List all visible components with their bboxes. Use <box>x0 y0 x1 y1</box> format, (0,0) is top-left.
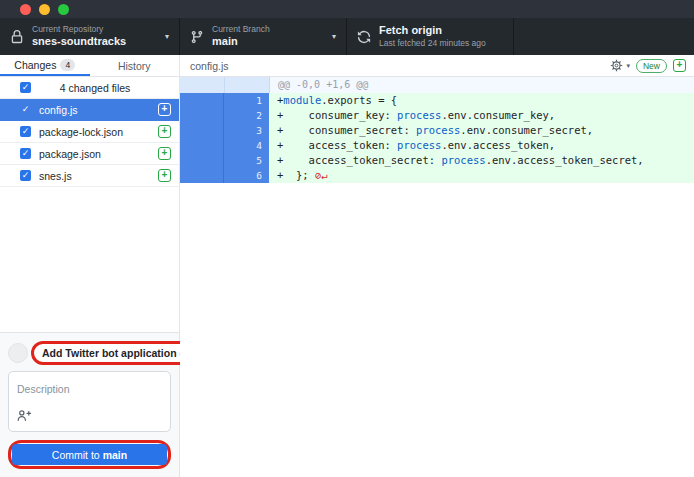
file-row-snes-js[interactable]: ✓ snes.js + <box>0 165 179 187</box>
diff-line[interactable]: 2+ consumer_key: process.env.consumer_ke… <box>180 108 694 123</box>
include-all-checkbox[interactable]: ✓ <box>20 82 31 93</box>
file-name: config.js <box>39 104 150 116</box>
titlebar <box>0 0 694 18</box>
changed-files-count: 4 changed files <box>31 82 159 94</box>
commit-description-textarea[interactable]: Description <box>8 371 171 432</box>
fetch-origin-label: Fetch origin <box>379 24 486 38</box>
sidebar-tabs: Changes 4 History <box>0 55 179 77</box>
diff-empty-area <box>180 183 694 477</box>
file-added-icon: + <box>158 125 171 138</box>
diff-line-number[interactable]: 2 <box>224 108 269 123</box>
hunk-gutter <box>180 77 225 93</box>
fetch-origin-button[interactable]: Fetch origin Last fetched 24 minutes ago <box>347 18 514 55</box>
diff-line[interactable]: 5+ access_token_secret: process.env.acce… <box>180 153 694 168</box>
github-desktop-window: Current Repository snes-soundtracks ▾ Cu… <box>0 0 694 477</box>
file-checkbox[interactable]: ✓ <box>20 170 31 181</box>
repository-label: Current Repository <box>32 24 126 35</box>
sidebar-empty-space <box>0 187 179 332</box>
file-checkbox[interactable]: ✓ <box>20 148 31 159</box>
diff-line-content: +module.exports = { <box>269 93 694 108</box>
diff-line[interactable]: 1+module.exports = { <box>180 93 694 108</box>
diff-line[interactable]: 6+ }; ⊘↵ <box>180 168 694 183</box>
lock-icon <box>10 30 24 44</box>
diff-file-name: config.js <box>190 60 229 72</box>
diff-line-content: + consumer_key: process.env.consumer_key… <box>269 108 694 123</box>
chevron-down-icon: ▾ <box>165 32 169 41</box>
commit-to-main-button[interactable]: Commit to main <box>12 444 167 465</box>
diff-line-content: + }; ⊘↵ <box>269 168 694 183</box>
expand-diff-button[interactable]: + <box>673 59 686 72</box>
diff-line-number[interactable]: 1 <box>224 93 269 108</box>
diff-line-content: + consumer_secret: process.env.consumer_… <box>269 123 694 138</box>
hunk-header-row: @@ -0,0 +1,6 @@ <box>180 77 694 93</box>
changed-files-header: ✓ 4 changed files <box>0 77 179 99</box>
file-checkbox[interactable]: ✓ <box>20 104 31 115</box>
file-row-config-js[interactable]: ✓ config.js + <box>0 99 179 121</box>
tab-history-label: History <box>118 60 151 72</box>
diff-line-gutter-old[interactable] <box>180 93 224 108</box>
chevron-down-icon: ▾ <box>626 62 630 70</box>
file-added-icon: + <box>158 103 171 116</box>
diff-line-content: + access_token_secret: process.env.acces… <box>269 153 694 168</box>
file-added-icon: + <box>158 147 171 160</box>
sync-icon <box>357 30 371 44</box>
toolbar: Current Repository snes-soundtracks ▾ Cu… <box>0 18 694 55</box>
branch-label: Current Branch <box>212 24 270 35</box>
close-window-button[interactable] <box>20 4 31 15</box>
file-checkbox[interactable]: ✓ <box>20 126 31 137</box>
gear-icon <box>610 59 623 72</box>
repository-name: snes-soundtracks <box>32 35 126 49</box>
file-name: package.json <box>39 148 150 160</box>
commit-button-branch: main <box>103 449 128 461</box>
changed-file-list: ✓ config.js + ✓ package-lock.json + ✓ pa… <box>0 99 179 187</box>
diff-line-number[interactable]: 6 <box>224 168 269 183</box>
diff-lines: 1+module.exports = {2+ consumer_key: pro… <box>180 93 694 183</box>
diff-line-number[interactable]: 3 <box>224 123 269 138</box>
description-placeholder: Description <box>17 383 70 395</box>
file-row-package-lock-json[interactable]: ✓ package-lock.json + <box>0 121 179 143</box>
commit-form: Add Twitter bot application code Descrip… <box>0 332 179 477</box>
hunk-gutter <box>225 77 270 93</box>
tab-history[interactable]: History <box>90 55 180 76</box>
hunk-header-text: @@ -0,0 +1,6 @@ <box>270 77 694 93</box>
current-branch-dropdown[interactable]: Current Branch main ▾ <box>180 18 347 55</box>
minimize-window-button[interactable] <box>39 4 50 15</box>
file-name: package-lock.json <box>39 126 150 138</box>
avatar <box>8 343 28 363</box>
red-annotation-commit-button: Commit to main <box>8 440 171 469</box>
tab-changes[interactable]: Changes 4 <box>0 55 90 76</box>
file-added-icon: + <box>158 169 171 182</box>
diff-options-button[interactable]: ▾ <box>610 59 630 72</box>
tab-changes-label: Changes <box>14 59 56 71</box>
diff-line-gutter-old[interactable] <box>180 138 224 153</box>
file-row-package-json[interactable]: ✓ package.json + <box>0 143 179 165</box>
diff-line-gutter-old[interactable] <box>180 123 224 138</box>
changes-sidebar: Changes 4 History ✓ 4 changed files ✓ co… <box>0 55 180 477</box>
diff-line-gutter-old[interactable] <box>180 108 224 123</box>
diff-header: config.js ▾ New + <box>180 55 694 77</box>
git-branch-icon <box>190 30 204 44</box>
diff-line-gutter-old[interactable] <box>180 153 224 168</box>
diff-line-number[interactable]: 5 <box>224 153 269 168</box>
last-fetched-text: Last fetched 24 minutes ago <box>379 38 486 49</box>
diff-line-content: + access_token: process.env.access_token… <box>269 138 694 153</box>
current-repository-dropdown[interactable]: Current Repository snes-soundtracks ▾ <box>0 18 180 55</box>
zoom-window-button[interactable] <box>58 4 69 15</box>
diff-line-gutter-old[interactable] <box>180 168 224 183</box>
new-file-badge: New <box>636 59 667 73</box>
diff-line[interactable]: 4+ access_token: process.env.access_toke… <box>180 138 694 153</box>
branch-name: main <box>212 35 270 49</box>
file-name: snes.js <box>39 170 150 182</box>
commit-button-prefix: Commit to <box>52 449 103 461</box>
diff-line[interactable]: 3+ consumer_secret: process.env.consumer… <box>180 123 694 138</box>
chevron-down-icon: ▾ <box>332 32 336 41</box>
changes-count-badge: 4 <box>60 59 75 71</box>
diff-pane: config.js ▾ New + <box>180 55 694 477</box>
diff-line-number[interactable]: 4 <box>224 138 269 153</box>
add-coauthor-icon[interactable] <box>17 408 31 426</box>
